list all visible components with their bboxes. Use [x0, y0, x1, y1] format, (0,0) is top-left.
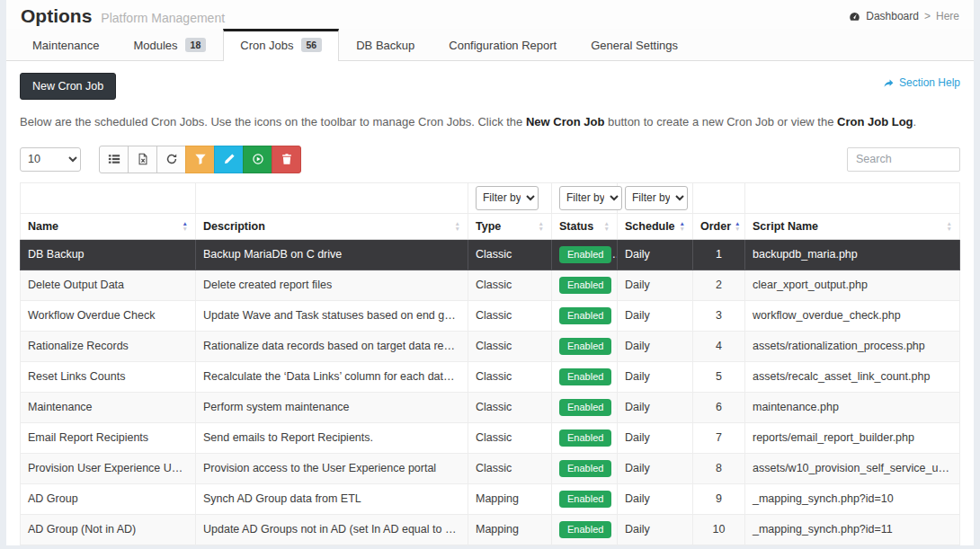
run-button[interactable]: [243, 146, 272, 173]
table-row[interactable]: Email Report RecipientsSend emails to Re…: [21, 422, 960, 453]
column-header-name[interactable]: Name▲▼: [21, 213, 196, 239]
column-label: Script Name: [753, 220, 818, 233]
cell-name: Reset Links Counts: [21, 361, 196, 392]
sort-icon: ▲▼: [735, 221, 740, 232]
table-row[interactable]: AD GroupSynch AD Group data from ETLMapp…: [21, 483, 960, 514]
cell-script-name: clear_xport_output.php: [745, 270, 960, 300]
cron-table-body: DB BackupBackup MariaDB on C driveClassi…: [21, 239, 960, 545]
table-row[interactable]: AD Group (Not in AD)Update AD Groups not…: [21, 514, 960, 545]
cell-type: Classic: [468, 331, 552, 361]
filter-row: Filter by...Filter by...Filter by...: [21, 182, 960, 213]
filter-select-type[interactable]: Filter by...: [476, 186, 539, 210]
table-row[interactable]: Rationalize RecordsRationalize data reco…: [21, 331, 960, 361]
file-export-icon: [137, 153, 149, 165]
sort-icon: ▲▼: [455, 221, 460, 232]
column-header-script-name[interactable]: Script Name▲▼: [745, 213, 960, 239]
tab-bar: MaintenanceModules18Cron Jobs56DB Backup…: [6, 29, 974, 61]
cell-order: 5: [693, 361, 745, 392]
sort-icon: ▲▼: [680, 221, 685, 232]
cell-description: Synch AD Group data from ETL: [196, 483, 468, 514]
filter-icon: [194, 153, 207, 165]
tab-label: Modules: [133, 39, 177, 52]
filter-select-status[interactable]: Filter by...: [559, 186, 622, 210]
section-help-link[interactable]: Section Help: [883, 76, 960, 89]
filter-button[interactable]: [185, 146, 215, 173]
tab-configuration-report[interactable]: Configuration Report: [432, 30, 574, 61]
column-header-schedule[interactable]: Schedule▲▼: [618, 213, 693, 239]
cell-status: Enabled: [552, 422, 618, 453]
table-footer: Showing 1 to 10 of 56 entries 1 row sele…: [6, 545, 974, 549]
tab-label: Configuration Report: [449, 39, 557, 52]
tab-maintenance[interactable]: Maintenance: [15, 30, 116, 61]
new-cron-job-button[interactable]: New Cron Job: [20, 73, 116, 100]
cell-status: Enabled: [552, 483, 618, 514]
tab-general-settings[interactable]: General Settings: [574, 30, 695, 61]
tab-label: DB Backup: [356, 39, 414, 52]
column-header-status[interactable]: Status▲▼: [552, 213, 618, 239]
cell-status: Enabled: [552, 514, 618, 545]
cell-description: Recalculate the ‘Data Links’ column for …: [196, 361, 468, 392]
refresh-button[interactable]: [156, 146, 186, 173]
breadcrumb-dashboard[interactable]: Dashboard: [866, 10, 919, 22]
table-row[interactable]: MaintenancePerform system maintenanceCla…: [21, 392, 960, 422]
sort-icon: ▲▼: [604, 221, 610, 232]
status-badge: Enabled: [559, 338, 611, 355]
intro-text: Below are the scheduled Cron Jobs. Use t…: [20, 114, 960, 130]
cell-type: Classic: [468, 270, 552, 300]
page-subtitle: Platform Management: [101, 11, 225, 25]
column-label: Description: [203, 220, 265, 233]
status-badge: Enabled: [559, 246, 611, 263]
tab-modules[interactable]: Modules18: [116, 29, 223, 61]
page-size-select[interactable]: 10: [20, 147, 81, 172]
table-row[interactable]: Provision User Experience UsersProvision…: [21, 453, 960, 483]
cell-order: 7: [693, 422, 745, 453]
export-button[interactable]: [128, 146, 157, 173]
page-header: Options Platform Management Dashboard > …: [6, 0, 974, 29]
status-badge: Enabled: [559, 491, 611, 508]
column-label: Schedule: [625, 220, 675, 233]
cell-name: Rationalize Records: [21, 331, 196, 361]
cell-order: 10: [693, 514, 745, 545]
search-input[interactable]: [847, 147, 960, 172]
cell-type: Classic: [468, 361, 552, 392]
column-header-type[interactable]: Type▲▼: [468, 213, 552, 239]
tab-badge: 56: [301, 38, 323, 52]
pencil-icon: [223, 153, 236, 165]
filter-select-schedule[interactable]: Filter by...: [625, 186, 688, 210]
column-label: Status: [559, 220, 593, 233]
column-label: Order: [700, 220, 731, 233]
table-row[interactable]: Delete Output DataDelete created report …: [21, 270, 960, 300]
edit-button[interactable]: [214, 146, 244, 173]
sort-icon: ▲▼: [539, 221, 544, 232]
cell-schedule: Daily: [618, 392, 693, 422]
cell-order: 9: [693, 483, 745, 514]
cell-schedule: Daily: [618, 270, 693, 300]
cell-schedule: Daily: [618, 239, 693, 270]
cell-script-name: workflow_overdue_check.php: [745, 300, 960, 331]
status-badge: Enabled: [559, 307, 611, 324]
column-header-description[interactable]: Description▲▼: [196, 213, 468, 239]
table-row[interactable]: Workflow Overdue CheckUpdate Wave and Ta…: [21, 300, 960, 331]
cell-order: 2: [693, 270, 745, 300]
refresh-icon: [165, 153, 178, 165]
table-row[interactable]: DB BackupBackup MariaDB on C driveClassi…: [21, 239, 960, 270]
cell-name: AD Group: [21, 483, 196, 514]
cell-name: Email Report Recipients: [21, 422, 196, 453]
cell-schedule: Daily: [618, 361, 693, 392]
cell-status: Enabled: [552, 270, 618, 300]
delete-button[interactable]: [272, 146, 301, 173]
cell-script-name: reports/email_report_builder.php: [745, 422, 960, 453]
tab-cron-jobs[interactable]: Cron Jobs56: [223, 29, 339, 61]
cell-name: AD Group (Not in AD): [21, 514, 196, 545]
column-header-order[interactable]: Order▲▼: [693, 213, 745, 239]
header-row: Name▲▼Description▲▼Type▲▼Status▲▼Schedul…: [21, 213, 960, 239]
cell-name: DB Backup: [21, 239, 196, 270]
list-view-button[interactable]: [99, 146, 129, 173]
cell-status: Enabled: [552, 453, 618, 483]
cell-script-name: backupdb_maria.php: [745, 239, 960, 270]
table-row[interactable]: Reset Links CountsRecalculate the ‘Data …: [21, 361, 960, 392]
tab-db-backup[interactable]: DB Backup: [339, 30, 432, 61]
section-content: New Cron Job Section Help Below are the …: [6, 61, 974, 545]
status-badge: Enabled: [559, 277, 611, 294]
play-circle-icon: [252, 153, 264, 165]
